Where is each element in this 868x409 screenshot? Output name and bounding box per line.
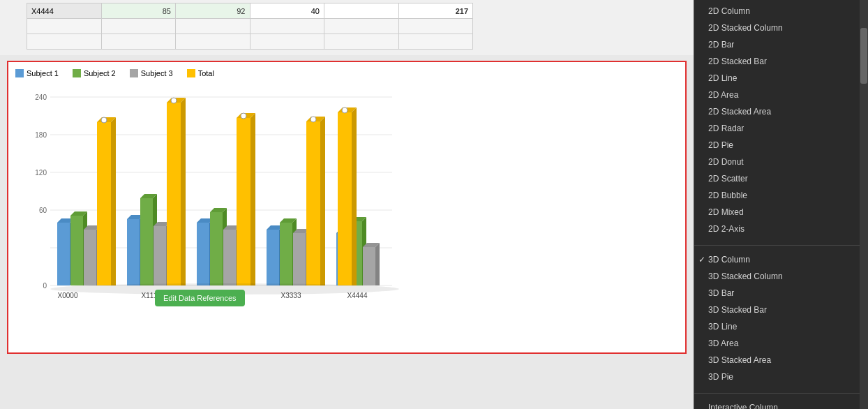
- menu-item-2d-donut[interactable]: 2D Donut: [694, 154, 868, 170]
- menu-section-interactive: Interactive Column Interactive Bar Inter…: [694, 396, 868, 409]
- menu-item-3d-stacked-bar[interactable]: 3D Stacked Bar: [694, 302, 868, 318]
- scrollbar[interactable]: [860, 0, 868, 409]
- menu-item-2d-stacked-column[interactable]: 2D Stacked Column: [694, 20, 868, 36]
- svg-rect-34: [167, 103, 181, 285]
- menu-item-2d-bar[interactable]: 2D Bar: [694, 36, 868, 53]
- svg-rect-11: [57, 223, 70, 285]
- svg-point-79: [342, 107, 347, 113]
- svg-text:0: 0: [43, 282, 47, 290]
- svg-rect-28: [140, 198, 153, 285]
- bar-x4444-total: [338, 107, 357, 285]
- svg-point-37: [171, 98, 177, 103]
- chart-container: Subject 1 Subject 2 Subject 3 Total: [7, 61, 687, 354]
- scrollbar-thumb[interactable]: [860, 28, 867, 84]
- menu-item-2d-bubble[interactable]: 2D Bubble: [694, 187, 868, 204]
- svg-rect-42: [210, 212, 223, 285]
- menu-item-3d-line[interactable]: 3D Line: [694, 318, 868, 335]
- bar-x2222-total: [237, 113, 255, 285]
- legend-subject3: Subject 3: [130, 69, 173, 77]
- svg-text:240: 240: [35, 94, 47, 101]
- menu-item-3d-area[interactable]: 3D Area: [694, 335, 868, 352]
- chart-type-menu: 2D Column 2D Stacked Column 2D Bar 2D St…: [694, 0, 868, 409]
- bar-x0000-total: [97, 117, 116, 285]
- svg-marker-36: [181, 98, 186, 285]
- svg-marker-75: [375, 243, 380, 285]
- legend-color-subject3: [130, 69, 138, 77]
- svg-point-51: [241, 113, 246, 119]
- svg-rect-25: [127, 219, 140, 285]
- menu-item-3d-bar[interactable]: 3D Bar: [694, 285, 868, 302]
- svg-point-23: [101, 117, 107, 123]
- svg-marker-64: [320, 117, 325, 285]
- menu-item-3d-column[interactable]: 3D Column: [694, 251, 868, 268]
- table-row-empty1: [27, 19, 473, 34]
- menu-item-interactive-column[interactable]: Interactive Column: [694, 399, 868, 409]
- chart-legend: Subject 1 Subject 2 Subject 3 Total: [15, 69, 678, 77]
- empty-label2: [27, 34, 102, 50]
- legend-subject1: Subject 1: [15, 69, 59, 77]
- menu-item-2d-radar[interactable]: 2D Radar: [694, 120, 868, 137]
- menu-item-2d-area[interactable]: 2D Area: [694, 87, 868, 103]
- menu-item-2d-2axis[interactable]: 2D 2-Axis: [694, 221, 868, 237]
- svg-marker-78: [352, 107, 357, 285]
- menu-item-2d-line[interactable]: 2D Line: [694, 70, 868, 87]
- legend-total: Total: [187, 69, 214, 77]
- menu-item-2d-column[interactable]: 2D Column: [694, 3, 868, 20]
- svg-point-65: [310, 117, 316, 122]
- left-panel: X4444 85 92 40 217: [0, 0, 694, 409]
- svg-rect-39: [197, 223, 209, 285]
- svg-rect-14: [70, 216, 83, 285]
- table-row-empty2: [27, 34, 473, 50]
- edit-data-button[interactable]: Edit Data References: [155, 290, 245, 306]
- svg-rect-56: [280, 223, 292, 285]
- svg-text:180: 180: [35, 131, 47, 139]
- cell-col3: 40: [250, 3, 324, 19]
- bar-x1111-total: [167, 98, 186, 285]
- legend-label-subject1: Subject 1: [27, 69, 59, 77]
- svg-rect-20: [97, 122, 111, 285]
- menu-item-3d-pie[interactable]: 3D Pie: [694, 369, 868, 385]
- svg-text:X0000: X0000: [58, 292, 78, 299]
- svg-rect-59: [293, 233, 306, 285]
- menu-item-2d-mixed[interactable]: 2D Mixed: [694, 204, 868, 221]
- svg-rect-48: [237, 118, 250, 285]
- svg-text:X4444: X4444: [347, 292, 368, 299]
- svg-rect-17: [84, 230, 96, 285]
- menu-item-3d-stacked-area[interactable]: 3D Stacked Area: [694, 352, 868, 369]
- chart-svg-area: 240 180 120 60 0: [15, 83, 678, 334]
- menu-divider-2: [694, 388, 868, 394]
- menu-item-3d-stacked-column[interactable]: 3D Stacked Column: [694, 268, 868, 285]
- menu-divider-1: [694, 240, 868, 246]
- table-row: X4444 85 92 40 217: [27, 3, 473, 19]
- menu-item-2d-pie[interactable]: 2D Pie: [694, 137, 868, 154]
- menu-item-2d-stacked-bar[interactable]: 2D Stacked Bar: [694, 53, 868, 70]
- svg-rect-31: [154, 226, 166, 285]
- svg-text:120: 120: [35, 169, 47, 177]
- cell-empty: [324, 3, 399, 19]
- svg-marker-22: [111, 117, 116, 285]
- svg-rect-62: [306, 121, 320, 285]
- menu-item-2d-stacked-area[interactable]: 2D Stacked Area: [694, 103, 868, 120]
- svg-rect-45: [223, 230, 236, 285]
- bar-x3333-total: [306, 117, 325, 285]
- bar-x4444-s3: [363, 243, 380, 285]
- row-label: X4444: [27, 3, 102, 19]
- cell-col1: 85: [101, 3, 176, 19]
- cell-total: 217: [398, 3, 473, 19]
- legend-color-subject2: [73, 69, 81, 77]
- cell-col2: 92: [176, 3, 250, 19]
- svg-rect-53: [267, 230, 279, 285]
- menu-item-2d-scatter[interactable]: 2D Scatter: [694, 170, 868, 187]
- legend-subject2: Subject 2: [73, 69, 116, 77]
- svg-marker-50: [250, 113, 255, 285]
- menu-section-2d: 2D Column 2D Stacked Column 2D Bar 2D St…: [694, 0, 868, 240]
- legend-label-total: Total: [198, 69, 214, 77]
- table-area: X4444 85 92 40 217: [0, 0, 694, 55]
- legend-label-subject2: Subject 2: [84, 69, 116, 77]
- menu-section-3d: 3D Column 3D Stacked Column 3D Bar 3D St…: [694, 248, 868, 388]
- legend-color-total: [187, 69, 195, 77]
- svg-rect-76: [338, 112, 352, 285]
- svg-rect-73: [363, 247, 375, 285]
- svg-text:60: 60: [39, 207, 47, 214]
- empty-label: [27, 19, 102, 34]
